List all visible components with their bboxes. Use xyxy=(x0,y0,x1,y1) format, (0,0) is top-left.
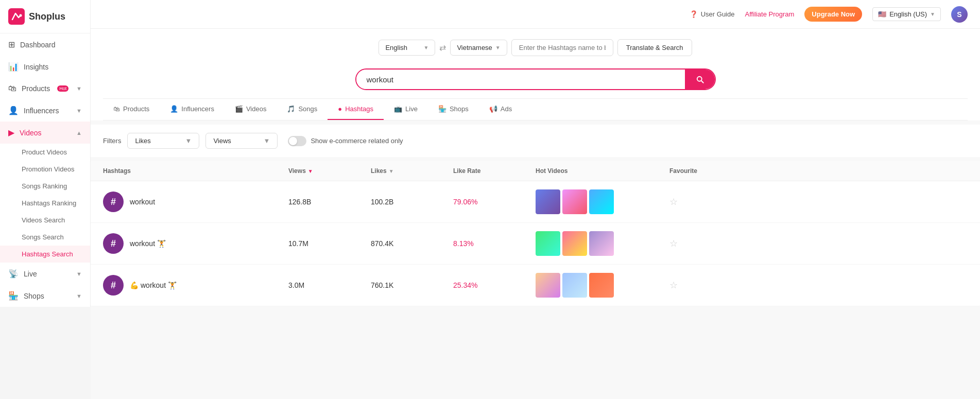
sidebar-item-label: Live xyxy=(24,270,37,278)
sidebar-item-songs-search[interactable]: Songs Search xyxy=(0,229,90,246)
likes-value: 870.4K xyxy=(371,239,453,248)
views-value: 10.7M xyxy=(288,239,371,248)
video-thumbnail[interactable] xyxy=(589,189,614,214)
likes-value: 760.1K xyxy=(371,281,453,289)
chevron-down-icon: ▼ xyxy=(495,45,501,50)
video-thumbnail[interactable] xyxy=(536,189,560,214)
sidebar-item-product-videos[interactable]: Product Videos xyxy=(0,144,90,161)
ecommerce-toggle-label: Show e-commerce related only xyxy=(311,137,403,145)
live-icon: 📡 xyxy=(8,269,19,279)
favourite-star[interactable]: ☆ xyxy=(669,197,678,207)
sidebar-item-songs-ranking[interactable]: Songs Ranking xyxy=(0,178,90,195)
tab-label: Influencers xyxy=(181,105,214,113)
svg-point-1 xyxy=(20,14,22,17)
video-thumbnail[interactable] xyxy=(562,231,587,256)
favourite-cell: ☆ xyxy=(669,238,731,249)
header: ❓ User Guide Affiliate Program Upgrade N… xyxy=(91,0,980,29)
hashtag-icon: # xyxy=(103,233,124,254)
user-guide-link[interactable]: ❓ User Guide xyxy=(690,10,735,18)
sidebar-item-hashtags-ranking[interactable]: Hashtags Ranking xyxy=(0,195,90,212)
insights-icon: 📊 xyxy=(8,62,19,72)
hashtag-prefix-emoji: 💪 xyxy=(130,281,139,289)
video-thumbnail[interactable] xyxy=(589,231,614,256)
hot-videos-cell xyxy=(536,273,669,298)
translate-input[interactable] xyxy=(511,39,613,56)
ecommerce-toggle[interactable] xyxy=(288,136,306,146)
products-badge: Hot xyxy=(57,85,68,92)
tab-shops[interactable]: 🏪 Shops xyxy=(428,99,479,120)
hashtag-icon: # xyxy=(103,192,124,212)
views-value: 126.8B xyxy=(288,198,371,206)
likes-filter[interactable]: Likes ▼ xyxy=(127,133,199,149)
chevron-down-icon: ▼ xyxy=(76,108,82,114)
video-thumbnail[interactable] xyxy=(562,273,587,298)
hashtag-name[interactable]: workout 🏋 xyxy=(130,239,166,248)
hashtag-name[interactable]: 💪 workout 🏋 xyxy=(130,281,177,289)
hashtag-cell: # workout 🏋 xyxy=(103,233,288,254)
tab-label: Videos xyxy=(246,105,267,113)
language-label: English (US) xyxy=(889,10,927,18)
tab-products[interactable]: 🛍 Products xyxy=(103,99,160,120)
sidebar-item-promotion-videos[interactable]: Promotion Videos xyxy=(0,161,90,178)
language-selector[interactable]: 🇺🇸 English (US) ▼ xyxy=(872,7,941,21)
source-language-select[interactable]: English ▼ xyxy=(379,40,435,56)
tab-ads[interactable]: 📢 Ads xyxy=(479,99,522,120)
col-like-rate: Like Rate xyxy=(453,167,536,175)
tab-label: Songs xyxy=(298,105,317,113)
chevron-down-icon: ▼ xyxy=(76,85,82,92)
sidebar-item-insights[interactable]: 📊 Insights xyxy=(0,56,90,78)
hashtag-name[interactable]: workout xyxy=(130,198,155,206)
videos-submenu: Product Videos Promotion Videos Songs Ra… xyxy=(0,144,90,263)
sidebar-item-shops[interactable]: 🏪 Shops ▼ xyxy=(0,285,90,307)
translate-search-button[interactable]: Translate & Search xyxy=(617,39,692,56)
hot-videos-cell xyxy=(536,189,669,214)
col-views[interactable]: Views ▼ xyxy=(288,167,371,175)
upgrade-button[interactable]: Upgrade Now xyxy=(804,7,862,22)
tab-label: Live xyxy=(405,105,418,113)
search-button[interactable] xyxy=(685,70,715,89)
logo: Shoplus xyxy=(0,0,90,33)
sidebar-item-label: Videos xyxy=(20,129,42,137)
favourite-star[interactable]: ☆ xyxy=(669,238,678,249)
favourite-star[interactable]: ☆ xyxy=(669,280,678,290)
swap-languages-icon[interactable]: ⇄ xyxy=(439,43,446,53)
hashtag-emoji: 🏋 xyxy=(157,239,166,248)
sidebar-item-videos-search[interactable]: Videos Search xyxy=(0,212,90,229)
like-rate-value: 25.34% xyxy=(453,281,536,289)
sort-desc-icon: ▼ xyxy=(308,168,313,174)
results-table: Hashtags Views ▼ Likes ▼ Like Rate Hot V… xyxy=(91,161,980,306)
tab-videos[interactable]: 🎬 Videos xyxy=(225,99,277,120)
sidebar-item-dashboard[interactable]: ⊞ Dashboard xyxy=(0,33,90,56)
ads-tab-icon: 📢 xyxy=(489,105,497,113)
svg-rect-0 xyxy=(8,8,25,25)
views-filter[interactable]: Views ▼ xyxy=(205,133,278,149)
sidebar-item-products[interactable]: 🛍 Products Hot ▼ xyxy=(0,78,90,99)
avatar[interactable]: S xyxy=(951,6,968,23)
tab-songs[interactable]: 🎵 Songs xyxy=(277,99,328,120)
sidebar-item-influencers[interactable]: 👤 Influencers ▼ xyxy=(0,99,90,122)
tab-label: Hashtags xyxy=(345,105,373,113)
affiliate-link[interactable]: Affiliate Program xyxy=(745,10,794,18)
tab-live[interactable]: 📺 Live xyxy=(384,99,428,120)
table-row: # workout 🏋 10.7M 870.4K 8.13% ☆ xyxy=(91,223,980,265)
sidebar-item-live[interactable]: 📡 Live ▼ xyxy=(0,263,90,285)
chevron-down-icon: ▼ xyxy=(264,137,270,145)
video-thumbnail[interactable] xyxy=(536,273,560,298)
target-language-select[interactable]: Vietnamese ▼ xyxy=(450,40,507,56)
sidebar-item-label: Shops xyxy=(24,292,44,300)
video-thumbnail[interactable] xyxy=(589,273,614,298)
sidebar-item-hashtags-search[interactable]: Hashtags Search xyxy=(0,246,90,263)
shops-tab-icon: 🏪 xyxy=(438,105,446,113)
video-thumbnail[interactable] xyxy=(536,231,560,256)
tab-hashtags[interactable]: ● Hashtags xyxy=(328,99,384,120)
col-favourite: Favourite xyxy=(669,167,731,175)
sidebar-item-videos[interactable]: ▶ Videos ▲ xyxy=(0,122,90,144)
video-thumbnail[interactable] xyxy=(562,189,587,214)
dashboard-icon: ⊞ xyxy=(8,40,15,49)
search-input[interactable] xyxy=(356,70,685,89)
col-likes[interactable]: Likes ▼ xyxy=(371,167,453,175)
ecommerce-toggle-wrap: Show e-commerce related only xyxy=(288,136,403,146)
tab-label: Products xyxy=(123,105,149,113)
live-tab-icon: 📺 xyxy=(394,105,402,113)
tab-influencers[interactable]: 👤 Influencers xyxy=(160,99,225,120)
